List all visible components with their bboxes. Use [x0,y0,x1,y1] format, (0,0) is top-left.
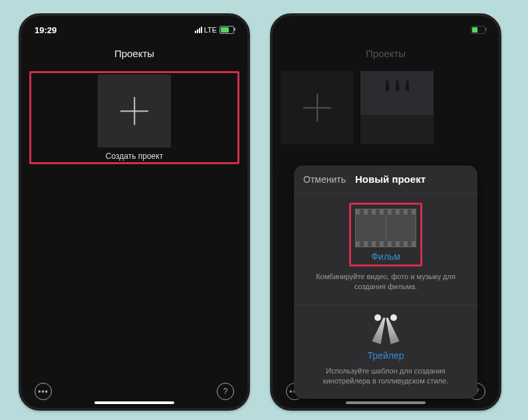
projects-grid-dim: Отменить Новый проект Фильм Комбинируйте… [273,66,499,375]
spotlight-icon [369,314,402,348]
page-title: Проекты [273,40,499,66]
phone-screen-new-project: Проекты Отменить Новый проект Ф [270,13,501,411]
status-right: LTE [195,26,234,34]
cancel-button[interactable]: Отменить [303,174,346,185]
status-bar: 19:29 LTE [21,16,247,40]
filmstrip-icon [355,209,416,247]
help-icon: ? [223,387,228,396]
battery-icon [471,26,485,34]
create-project-tile-dim [281,71,354,144]
status-time: 19:29 [35,25,57,35]
trailer-label: Трейлер [306,350,465,361]
plus-icon [120,97,148,125]
create-project-box[interactable] [98,74,171,148]
status-bar [273,16,499,40]
status-right [471,26,485,34]
home-indicator[interactable] [94,401,174,404]
help-button[interactable]: ? [217,383,234,400]
plus-icon [303,94,331,122]
create-project-tile[interactable]: Создать проект [29,71,239,164]
film-label: Фильм [355,251,416,262]
trailer-description: Используйте шаблон для создания кинотрей… [306,366,465,387]
new-project-modal: Отменить Новый проект Фильм Комбинируйте… [294,165,477,399]
more-button[interactable]: ••• [35,383,52,400]
project-thumbnail [360,71,434,144]
modal-header: Отменить Новый проект [294,165,477,193]
signal-icon [195,27,202,33]
modal-title: Новый проект [355,173,426,185]
network-label: LTE [204,26,217,34]
film-option-highlight: Фильм [349,203,422,266]
create-project-label: Создать проект [106,152,163,161]
option-trailer[interactable]: Трейлер Используйте шаблон для создания … [294,304,477,399]
projects-grid: Создать проект [21,66,247,375]
page-title: Проекты [21,40,247,66]
home-indicator[interactable] [346,401,426,404]
option-film[interactable]: Фильм Комбинируйте видео, фото и музыку … [294,193,477,304]
phone-screen-projects: 19:29 LTE Проекты Создать проект ••• ? [19,13,250,411]
battery-icon [219,26,234,34]
film-description: Комбинируйте видео, фото и музыку для со… [306,272,465,292]
